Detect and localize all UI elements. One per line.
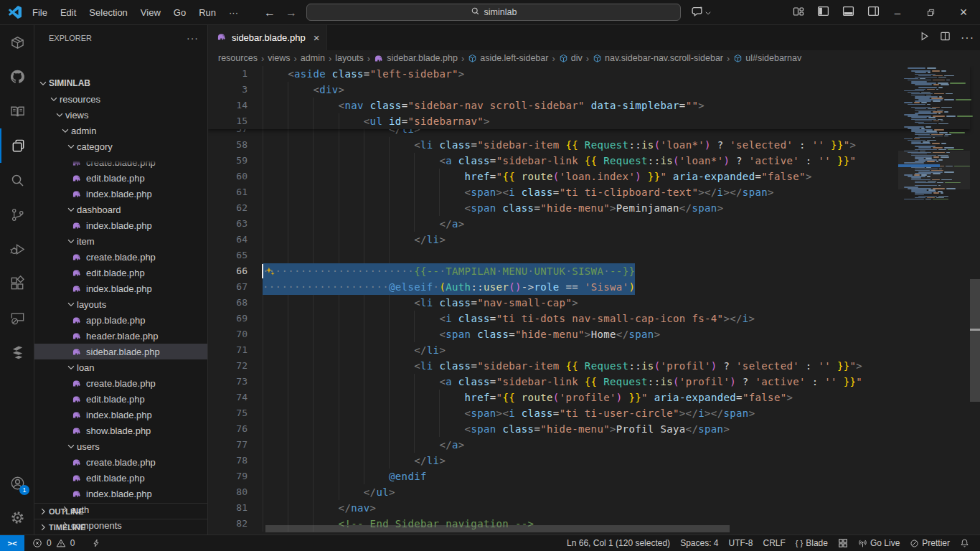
ports-status[interactable] [833, 535, 853, 551]
tree-file-index-blade-php[interactable]: index.blade.php [34, 281, 208, 296]
activity-live-preview-icon[interactable] [0, 301, 34, 335]
tree-file-create-blade-php[interactable]: create.blade.php [34, 454, 208, 470]
tree-folder-views[interactable]: views [34, 107, 208, 123]
tree-file-edit-blade-php[interactable]: edit.blade.php [34, 170, 208, 186]
code-line-72[interactable]: 72 <li class="sidebar-item {{ Request::i… [208, 358, 980, 374]
tree-folder-admin[interactable]: admin [34, 123, 208, 138]
breadcrumb-sidebar-blade-php[interactable]: sidebar.blade.php [374, 53, 458, 63]
code-line-73[interactable]: 73 <a class="sidebar-link {{ Request::is… [208, 374, 980, 390]
section-outline[interactable]: OUTLINE [34, 503, 208, 519]
code-line-61[interactable]: 61 <span><i class="ti ti-clipboard-text"… [208, 184, 980, 200]
code-line-62[interactable]: 62 <span class="hide-menu">Peminjaman</s… [208, 200, 980, 216]
forward-arrow[interactable]: → [286, 6, 297, 19]
back-arrow[interactable]: ← [264, 6, 275, 19]
breadcrumb-admin[interactable]: admin [301, 53, 325, 63]
copilot-sparkle-icon[interactable] [265, 265, 275, 281]
menu-view[interactable]: View [134, 4, 167, 22]
horizontal-scrollbar[interactable] [265, 525, 730, 532]
code-editor[interactable]: 57 </li>58 <li class="sidebar-item {{ Re… [208, 66, 980, 534]
activity-settings-gear-icon[interactable] [0, 500, 34, 534]
editor-more-icon[interactable]: ··· [961, 32, 974, 44]
activity-s-extension-icon[interactable] [0, 335, 34, 369]
activity-search-icon[interactable] [0, 163, 34, 197]
copilot-icon[interactable] [691, 5, 703, 20]
section-timeline[interactable]: TIMELINE [34, 519, 208, 534]
breadcrumb-views[interactable]: views [268, 53, 290, 63]
vertical-scrollbar[interactable] [970, 66, 980, 534]
menu-selection[interactable]: Selection [83, 4, 133, 22]
indentation-status[interactable]: Spaces: 4 [675, 535, 723, 551]
code-line-66[interactable]: 66························{{--·TAMPILAN·… [208, 263, 980, 279]
minimap[interactable] [898, 66, 970, 534]
code-line-79[interactable]: 79 @endif [208, 468, 980, 484]
activity-reader-icon[interactable] [0, 94, 34, 128]
restore-button[interactable] [914, 0, 947, 25]
code-line-75[interactable]: 75 <span><i class="ti ti-user-circle"></… [208, 405, 980, 421]
language-mode-status[interactable]: { } Blade [791, 535, 833, 551]
tree-folder-category[interactable]: category [34, 138, 208, 154]
tree-folder-item[interactable]: item [34, 233, 208, 249]
tree-folder-loan[interactable]: loan [34, 359, 208, 375]
tree-file-index-blade-php[interactable]: index.blade.php [34, 217, 208, 233]
code-line-67[interactable]: 67····················@elseif·(Auth::use… [208, 279, 980, 295]
copilot-chevron-icon[interactable] [705, 6, 712, 19]
breadcrumb-layouts[interactable]: layouts [335, 53, 364, 63]
problems-status[interactable]: 0 0 [27, 535, 80, 551]
menu-file[interactable]: File [26, 4, 54, 22]
code-line-58[interactable]: 58 <li class="sidebar-item {{ Request::i… [208, 137, 980, 153]
code-line-71[interactable]: 71 </li> [208, 342, 980, 358]
breadcrumb-nav-sidebar-nav-scroll-sidebar[interactable]: nav.sidebar-nav.scroll-sidebar [593, 53, 723, 63]
tab-sidebar-blade[interactable]: sidebar.blade.php × [208, 25, 327, 50]
activity-run-debug-icon[interactable] [0, 232, 34, 266]
menu-go[interactable]: Go [167, 4, 192, 22]
activity-explorer-icon[interactable] [0, 128, 34, 163]
tree-file-edit-blade-php[interactable]: edit.blade.php [34, 265, 208, 281]
code-line-3[interactable]: 3 <div> [208, 82, 980, 98]
tree-file-create-blade-php[interactable]: create.blade.php [34, 154, 208, 170]
activity-container-icon[interactable] [0, 25, 34, 60]
code-line-15[interactable]: 15 <ul id="sidebarnav"> [208, 113, 980, 129]
breadcrumb-resources[interactable]: resources [218, 53, 258, 63]
menu-edit[interactable]: Edit [54, 4, 83, 22]
tree-file-header-blade-php[interactable]: header.blade.php [34, 328, 208, 344]
breadcrumb-ul-sidebarnav[interactable]: ul#sidebarnav [733, 53, 801, 63]
minimap-viewport[interactable] [898, 151, 970, 190]
tree-file-show-blade-php[interactable]: show.blade.php [34, 423, 208, 438]
tree-file-create-blade-php[interactable]: create.blade.php [34, 375, 208, 391]
tree-file-create-blade-php[interactable]: create.blade.php [34, 249, 208, 265]
go-live-status[interactable]: Go Live [853, 535, 905, 551]
code-line-76[interactable]: 76 <span class="hide-menu">Profil Saya</… [208, 421, 980, 437]
run-file-icon[interactable] [919, 31, 930, 44]
remote-indicator[interactable]: >< [0, 535, 24, 551]
tree-file-index-blade-php[interactable]: index.blade.php [34, 186, 208, 202]
code-line-78[interactable]: 78 </li> [208, 453, 980, 468]
tree-file-app-blade-php[interactable]: app.blade.php [34, 312, 208, 328]
tree-file-sidebar-blade-php[interactable]: sidebar.blade.php [34, 344, 208, 359]
close-window-button[interactable]: × [947, 0, 980, 25]
tree-file-edit-blade-php[interactable]: edit.blade.php [34, 470, 208, 486]
tree-folder-resources[interactable]: resources [34, 91, 208, 107]
tree-folder-users[interactable]: users [34, 438, 208, 454]
activity-source-control-icon[interactable] [0, 197, 34, 232]
code-line-68[interactable]: 68 <li class="nav-small-cap"> [208, 295, 980, 311]
code-line-59[interactable]: 59 <a class="sidebar-link {{ Request::is… [208, 153, 980, 169]
command-center-search[interactable]: siminlab [306, 4, 681, 21]
code-line-81[interactable]: 81 </nav> [208, 500, 980, 516]
activity-accounts-icon[interactable]: 1 [0, 466, 34, 500]
code-line-77[interactable]: 77 </a> [208, 437, 980, 453]
code-line-14[interactable]: 14 <nav class="sidebar-nav scroll-sideba… [208, 98, 980, 113]
tree-file-edit-blade-php[interactable]: edit.blade.php [34, 391, 208, 407]
menu-[interactable]: ··· [222, 4, 245, 22]
code-line-64[interactable]: 64 </li> [208, 232, 980, 248]
toggle-secondary-sidebar-icon[interactable] [867, 5, 880, 20]
code-line-74[interactable]: 74 href="{{ route('profile') }}" aria-ex… [208, 390, 980, 405]
cursor-position-status[interactable]: Ln 66, Col 1 (120 selected) [562, 535, 675, 551]
notifications-bell-icon[interactable] [955, 535, 974, 551]
code-line-63[interactable]: 63 </a> [208, 216, 980, 232]
tree-folder-SIMINLAB[interactable]: SIMINLAB [34, 75, 208, 91]
thunder-client-status[interactable] [87, 535, 105, 551]
activity-extensions-icon[interactable] [0, 266, 34, 301]
customize-layout-icon[interactable] [793, 6, 804, 20]
code-line-80[interactable]: 80 </ul> [208, 484, 980, 500]
menu-run[interactable]: Run [192, 4, 222, 22]
